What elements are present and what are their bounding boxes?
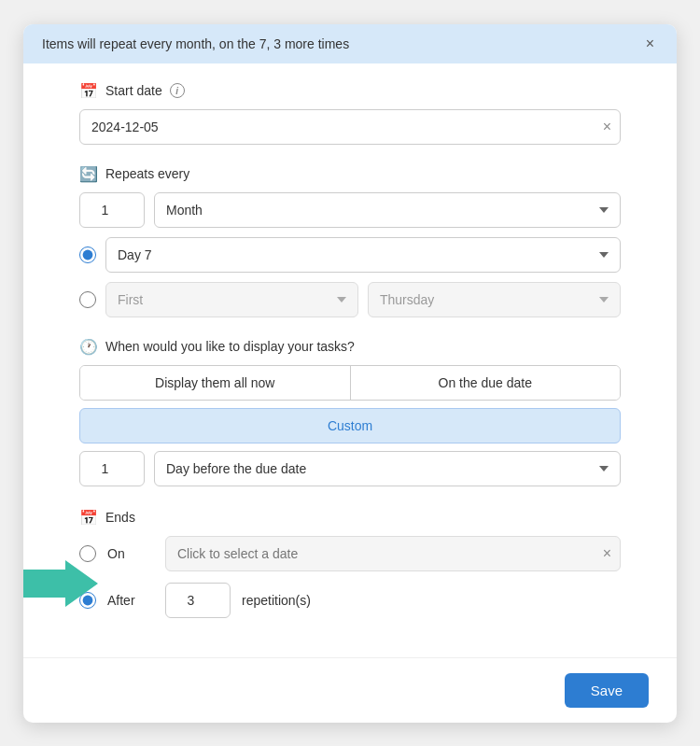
ends-on-row: On × [79,536,621,571]
weekday-select[interactable]: Thursday Monday Tuesday Wednesday Friday [368,282,621,317]
day7-radio-row: Day 7 Day 1 Day 14 Day 28 [79,237,621,273]
ordinal-select[interactable]: First Second Third Last [105,282,358,317]
repeat-period-select[interactable]: Month Week Day Year [154,192,621,228]
ends-calendar-icon: 📅 [79,509,98,527]
after-number-input[interactable] [165,583,231,618]
repeats-label: 🔄 Repeats every [79,165,621,183]
ends-clear-button[interactable]: × [603,545,611,562]
ends-label: 📅 Ends [79,509,621,527]
arrow-indicator [23,560,98,611]
custom-number-input[interactable] [79,451,145,486]
display-label: 🕐 When would you like to display your ta… [79,338,621,356]
display-on-due-date-button[interactable]: On the due date [351,366,621,400]
custom-options-row: Day before the due date Week before the … [79,451,621,486]
save-button[interactable]: Save [565,673,649,708]
info-icon[interactable]: i [170,83,185,98]
date-input-wrapper: × [79,109,621,145]
ends-date-input[interactable] [165,536,621,571]
custom-button[interactable]: Custom [79,408,621,443]
banner-close-button[interactable]: × [642,35,658,52]
custom-period-select[interactable]: Day before the due date Week before the … [154,451,621,486]
info-banner: Items will repeat every month, on the 7,… [23,24,677,63]
start-date-section: 📅 Start date i × [79,82,621,145]
ends-after-row: After repetition(s) [79,583,621,618]
repeat-number-input[interactable] [79,192,145,228]
ordinal-radio[interactable] [79,291,96,308]
clock-icon: 🕐 [79,338,98,356]
modal-footer: Save [23,657,677,723]
svg-marker-0 [23,560,98,607]
day-select[interactable]: Day 7 Day 1 Day 14 Day 28 [105,237,621,273]
ends-date-wrapper: × [165,536,621,571]
start-date-label: 📅 Start date i [79,82,621,100]
ordinal-radio-row: First Second Third Last Thursday Monday … [79,282,621,317]
ends-section: 📅 Ends On × After repetition(s) [79,509,621,618]
start-date-input[interactable] [79,109,621,145]
display-options-group: Display them all now On the due date [79,365,621,401]
day7-radio[interactable] [79,246,96,263]
after-input-group: repetition(s) [165,583,311,618]
repeats-section: 🔄 Repeats every Month Week Day Year Day … [79,165,621,317]
repetitions-label: repetition(s) [242,593,311,608]
repeat-period-row: Month Week Day Year [79,192,621,228]
repeat-icon: 🔄 [79,165,98,183]
date-clear-button[interactable]: × [603,119,611,135]
banner-text: Items will repeat every month, on the 7,… [42,36,349,51]
display-all-now-button[interactable]: Display them all now [80,366,351,400]
display-section: 🕐 When would you like to display your ta… [79,338,621,486]
calendar-icon: 📅 [79,82,98,100]
